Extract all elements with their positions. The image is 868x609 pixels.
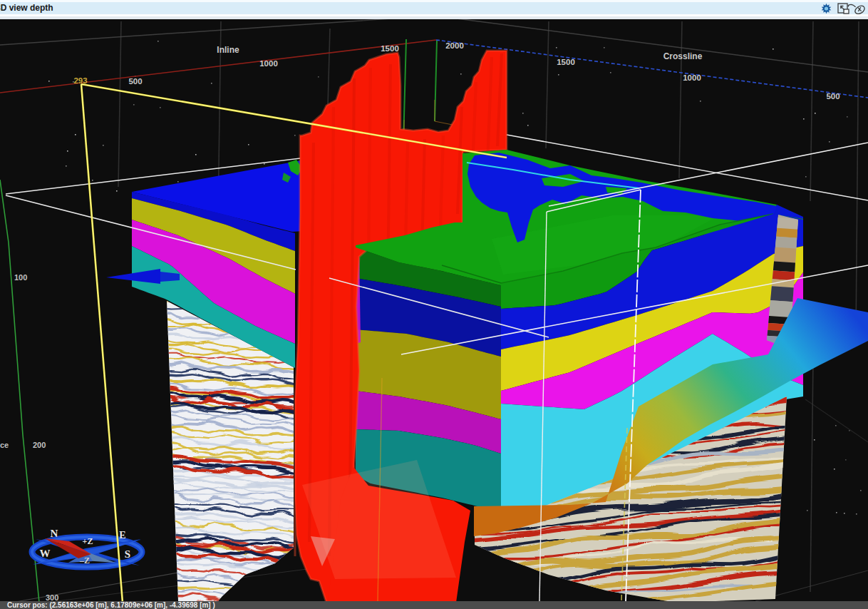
svg-text:500: 500 [128, 77, 142, 86]
svg-text:1500: 1500 [557, 58, 575, 66]
svg-text:100: 100 [14, 273, 27, 282]
svg-text:ce: ce [0, 441, 9, 449]
svg-text:3D view depth: 3D view depth [0, 3, 53, 13]
svg-text:Cursor pos: (2.56163e+06 [m],: Cursor pos: (2.56163e+06 [m], 6.17809e+0… [7, 601, 215, 609]
svg-text:S: S [125, 548, 130, 560]
svg-text:E: E [119, 530, 125, 541]
svg-text:–Z: –Z [79, 556, 90, 566]
svg-text:500: 500 [826, 92, 839, 101]
svg-text:Inline: Inline [217, 45, 239, 55]
svg-text:2000: 2000 [445, 41, 464, 50]
svg-text:1500: 1500 [381, 44, 399, 53]
svg-text:200: 200 [33, 441, 46, 449]
svg-text:N: N [51, 528, 58, 539]
svg-text:293: 293 [73, 76, 87, 85]
svg-text:+Z: +Z [83, 536, 93, 546]
svg-text:Crossline: Crossline [663, 51, 703, 61]
svg-text:1000: 1000 [259, 59, 278, 68]
svg-text:1000: 1000 [683, 73, 701, 82]
svg-text:W: W [40, 548, 51, 559]
